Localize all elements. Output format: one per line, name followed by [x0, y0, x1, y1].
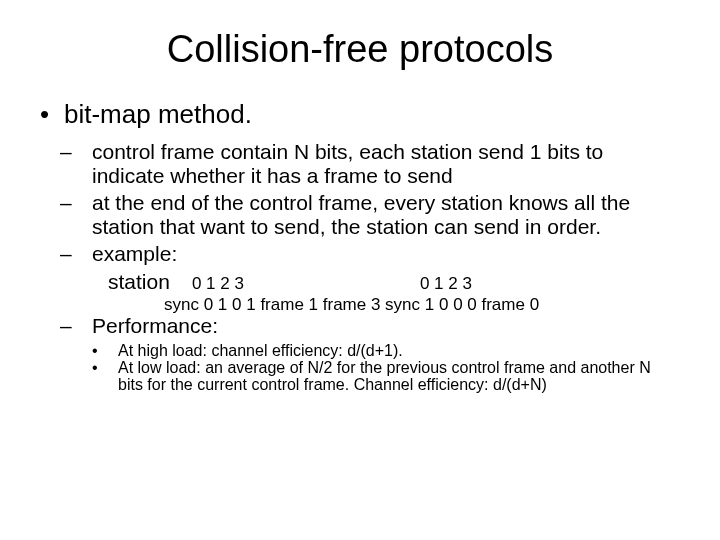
subbullet-control-frame: –control frame contain N bits, each stat… — [92, 140, 680, 187]
bullet-dot-icon: • — [105, 359, 118, 376]
subsub-high-load: •At high load: channel efficiency: d/(d+… — [118, 342, 680, 359]
example-block: station0 1 2 30 1 2 3 sync 0 1 0 1 frame… — [108, 270, 680, 315]
slide: Collision-free protocols •bit-map method… — [0, 0, 720, 540]
subbullet-text: Performance: — [92, 314, 218, 337]
example-row-stations: station0 1 2 30 1 2 3 — [108, 270, 680, 294]
station-digits-2: 0 1 2 3 — [420, 274, 472, 293]
subbullet-text: example: — [92, 242, 177, 265]
subsub-text: At high load: channel efficiency: d/(d+1… — [118, 342, 403, 359]
dash-icon: – — [76, 314, 92, 338]
subbullet-text: at the end of the control frame, every s… — [92, 191, 630, 238]
bullet-dot-icon: • — [40, 99, 64, 130]
subbullet-text: control frame contain N bits, each stati… — [92, 140, 603, 187]
station-label: station — [108, 270, 170, 293]
dash-icon: – — [76, 242, 92, 266]
subbullet-example: –example: — [92, 242, 680, 266]
subbullet-performance: –Performance: — [92, 314, 680, 338]
example-row-sync: sync 0 1 0 1 frame 1 frame 3 sync 1 0 0 … — [164, 295, 680, 314]
subsub-text: At low load: an average of N/2 for the p… — [118, 359, 651, 393]
bullet-dot-icon: • — [105, 342, 118, 359]
subsub-low-load: •At low load: an average of N/2 for the … — [118, 359, 680, 394]
dash-icon: – — [76, 191, 92, 215]
dash-icon: – — [76, 140, 92, 164]
slide-title: Collision-free protocols — [40, 28, 680, 71]
bullet-bitmap-method: •bit-map method. — [40, 99, 680, 130]
bullet-text: bit-map method. — [64, 99, 252, 129]
station-digits-1: 0 1 2 3 — [192, 274, 244, 293]
subbullet-end-of-frame: –at the end of the control frame, every … — [92, 191, 680, 238]
